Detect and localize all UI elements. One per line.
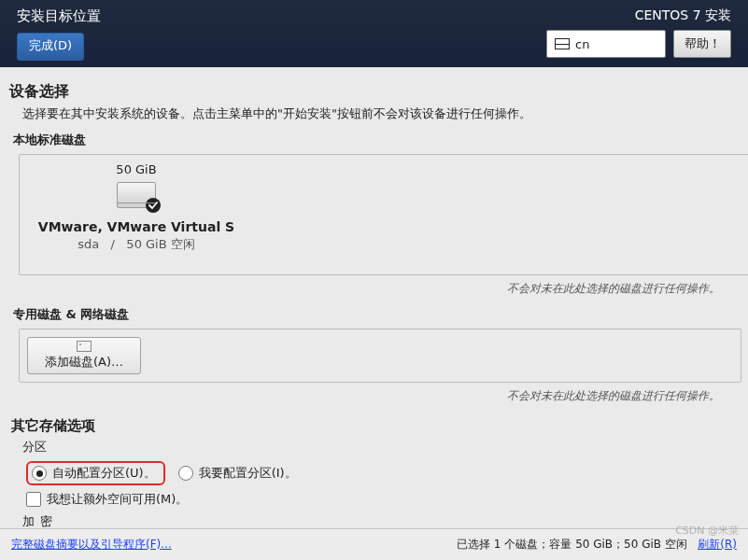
header-left: 安装目标位置 完成(D) bbox=[17, 4, 101, 67]
local-disks-note: 不会对未在此处选择的磁盘进行任何操作。 bbox=[9, 281, 720, 297]
auto-partition-radio[interactable]: 自动配置分区(U)。 bbox=[32, 465, 156, 482]
page-title: 安装目标位置 bbox=[17, 7, 101, 25]
disk-item[interactable]: 50 GiB VMware, VMware Virtual S sda / 50… bbox=[38, 162, 234, 253]
header-controls-row: cn 帮助！ bbox=[546, 30, 731, 58]
keyboard-icon bbox=[555, 38, 570, 49]
disk-selected-check-icon bbox=[146, 198, 161, 213]
other-storage-heading: 其它存储选项 bbox=[11, 417, 737, 435]
auto-partition-label: 自动配置分区(U)。 bbox=[52, 465, 156, 482]
hard-drive-icon bbox=[117, 182, 156, 208]
disk-subtitle: sda / 50 GiB 空闲 bbox=[78, 236, 195, 253]
product-label: CENTOS 7 安装 bbox=[546, 7, 731, 24]
network-disks-heading: 专用磁盘 & 网络磁盘 bbox=[13, 306, 737, 323]
device-selection-description: 选择要在其中安装系统的设备。点击主菜单中的"开始安装"按钮前不会对该设备进行任何… bbox=[22, 105, 737, 122]
header-right: CENTOS 7 安装 cn 帮助！ bbox=[546, 4, 731, 67]
done-button[interactable]: 完成(D) bbox=[17, 33, 84, 61]
manual-partition-label: 我要配置分区(I)。 bbox=[199, 465, 297, 482]
help-button-label: 帮助！ bbox=[684, 35, 721, 52]
extra-space-label: 我想让额外空间可用(M)。 bbox=[47, 491, 188, 508]
highlight-box: 自动配置分区(U)。 bbox=[26, 461, 165, 485]
disk-status-text: 已选择 1 个磁盘；容量 50 GiB；50 GiB 空闲 bbox=[457, 538, 687, 551]
partition-radio-row: 自动配置分区(U)。 我要配置分区(I)。 bbox=[26, 461, 737, 485]
footer-right-group: 已选择 1 个磁盘；容量 50 GiB；50 GiB 空闲 刷新(R) bbox=[457, 537, 737, 553]
footer-bar: 完整磁盘摘要以及引导程序(F)... 已选择 1 个磁盘；容量 50 GiB；5… bbox=[0, 528, 748, 560]
partition-section-label: 分区 bbox=[22, 439, 737, 455]
network-disks-note: 不会对未在此处选择的磁盘进行任何操作。 bbox=[9, 388, 720, 404]
extra-space-checkbox[interactable] bbox=[26, 492, 41, 507]
keyboard-layout-selector[interactable]: cn bbox=[546, 30, 666, 58]
disk-size: 50 GiB bbox=[116, 162, 156, 176]
keyboard-layout-label: cn bbox=[575, 37, 589, 51]
refresh-link[interactable]: 刷新(R) bbox=[698, 538, 737, 551]
add-disk-icon bbox=[77, 341, 92, 352]
add-disk-label: 添加磁盘(A)… bbox=[45, 354, 123, 371]
local-disks-heading: 本地标准磁盘 bbox=[13, 132, 737, 148]
add-disk-button[interactable]: 添加磁盘(A)… bbox=[27, 337, 141, 374]
header-bar: 安装目标位置 完成(D) CENTOS 7 安装 cn 帮助！ bbox=[0, 0, 748, 67]
radio-icon bbox=[178, 466, 193, 481]
full-disk-summary-link[interactable]: 完整磁盘摘要以及引导程序(F)... bbox=[11, 537, 172, 553]
radio-icon bbox=[32, 466, 47, 481]
network-disks-panel: 添加磁盘(A)… bbox=[19, 329, 741, 383]
main-content: 设备选择 选择要在其中安装系统的设备。点击主菜单中的"开始安装"按钮前不会对该设… bbox=[0, 67, 748, 530]
help-button[interactable]: 帮助！ bbox=[673, 30, 731, 58]
manual-partition-radio[interactable]: 我要配置分区(I)。 bbox=[178, 465, 297, 482]
local-disks-panel: 50 GiB VMware, VMware Virtual S sda / 50… bbox=[19, 154, 748, 275]
disk-name: VMware, VMware Virtual S bbox=[38, 219, 234, 234]
extra-space-row: 我想让额外空间可用(M)。 bbox=[26, 491, 737, 508]
device-selection-heading: 设备选择 bbox=[9, 82, 737, 102]
